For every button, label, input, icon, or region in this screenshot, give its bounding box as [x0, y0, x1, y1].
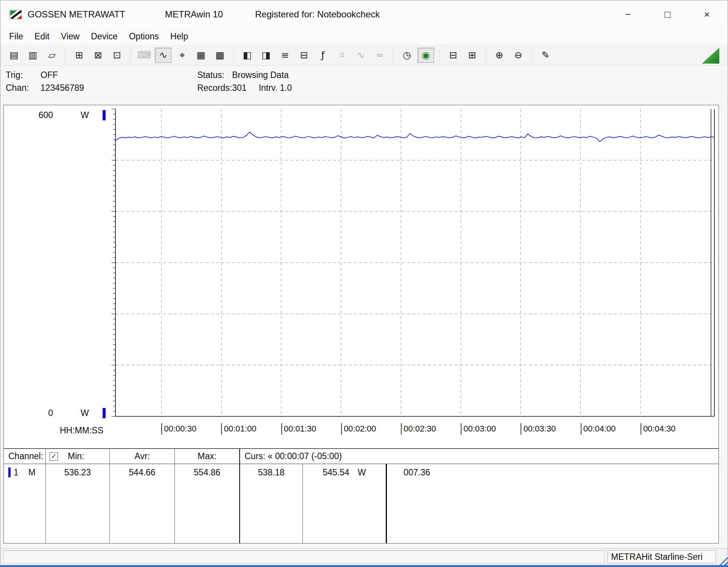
min-value: 536.23 [46, 464, 110, 543]
browse-status: Status:Browsing Data [197, 69, 292, 81]
channel-number: 1 [14, 467, 19, 478]
monitor-icon[interactable]: ⊟ [296, 48, 312, 63]
annotation-icon[interactable]: ✎ [537, 48, 554, 63]
timeline-icon[interactable]: ≡ [277, 48, 293, 63]
col-header-channel: Channel: [4, 449, 46, 464]
cursor-a-value: 538.18 [240, 464, 303, 543]
maximize-button[interactable]: □ [654, 3, 681, 26]
save-icon[interactable]: ▤ [6, 48, 22, 63]
records-value: 301 [232, 83, 246, 93]
col-header-cursor: Curs: « 00:00:07 (-05:00) [240, 449, 719, 464]
col-header-max: Max: [175, 449, 240, 464]
cursor-b-unit: W [358, 467, 366, 478]
window-controls: − □ × [615, 3, 720, 26]
device-name-box: METRAHit Starline-Seri [608, 550, 716, 563]
title-bar: GOSSEN METRAWATT METRAwin 10 Registered … [0, 0, 728, 28]
chart-panel: 600 W 0 W 00:00:3000:01:0000:01:3000:02:… [3, 105, 719, 449]
wave-multi-icon: ≈ [371, 48, 388, 63]
zoom-out-icon[interactable]: ⊖ [510, 48, 527, 63]
channel-cell: 1 M [4, 464, 46, 543]
registered-for-text: Registered for: Notebookcheck [255, 9, 380, 20]
y-axis-min-unit: W [81, 408, 89, 418]
status-bar-field [3, 550, 605, 563]
channel-color-marker-bottom [103, 408, 106, 418]
x-tick-label: 00:04:00 [581, 423, 616, 435]
menu-bar: FileEditViewDeviceOptionsHelp [0, 28, 728, 45]
x-tick-label: 00:03:30 [521, 423, 556, 435]
chan-label: Chan: [6, 81, 41, 94]
wave-single-icon: ∿ [352, 48, 369, 63]
avr-value: 544.66 [110, 464, 175, 543]
toolbar-separator [439, 48, 440, 62]
interval-label: Intrv. [259, 83, 277, 93]
status-value: Browsing Data [232, 70, 289, 80]
x-tick-label: 00:01:30 [281, 423, 316, 435]
trig-value: OFF [41, 70, 58, 80]
series-line-channel-1 [115, 132, 714, 142]
status-bar: METRAHit Starline-Seri [0, 548, 728, 565]
interval-value: 1.0 [280, 83, 292, 93]
menu-edit[interactable]: Edit [29, 29, 55, 44]
records-status: Records:301Intrv. 1.0 [197, 81, 292, 94]
meter-clock-icon[interactable]: ◷ [399, 48, 415, 63]
export-report-icon[interactable]: ⊞ [71, 48, 87, 63]
menu-help[interactable]: Help [165, 29, 194, 44]
toolbar-separator [393, 48, 394, 62]
window-arrange-icon[interactable]: ◧ [239, 48, 256, 63]
x-tick-label: 00:02:00 [341, 423, 376, 435]
window-cascade-icon[interactable]: ◨ [258, 48, 274, 63]
cursor-b-value: 545.54 W [303, 464, 387, 543]
y-axis-max-label: 600 [32, 110, 53, 120]
resize-grip[interactable] [716, 554, 728, 565]
save-as-icon[interactable]: ▥ [25, 48, 41, 63]
menu-view[interactable]: View [55, 29, 85, 44]
formula-icon[interactable]: ƒ [315, 48, 331, 63]
app-logo-icon [9, 8, 22, 20]
metrawin-window: GOSSEN METRAWATT METRAwin 10 Registered … [0, 0, 728, 567]
export-data-icon[interactable]: ⊠ [90, 48, 106, 63]
close-button[interactable]: × [694, 3, 720, 26]
toolbar-separator [130, 48, 131, 62]
channel-color-marker-top [103, 110, 106, 120]
connection-indicator-triangle-icon [702, 48, 719, 64]
statistics-view-icon[interactable]: ▩ [212, 48, 228, 63]
menu-options[interactable]: Options [123, 29, 164, 44]
col-header-avr: Avr: [110, 449, 175, 464]
print-preview-icon[interactable]: ⊞ [464, 48, 480, 63]
power-chart [108, 105, 717, 438]
export-clipboard-icon[interactable]: ⊡ [109, 48, 125, 63]
x-tick-label: 00:02:30 [401, 423, 436, 435]
status-info-panel: Trig:OFF Chan:123456789 Status:Browsing … [0, 69, 728, 99]
min-header-label: Min: [68, 451, 84, 461]
zoom-in-icon[interactable]: ⊕ [491, 48, 508, 63]
menu-file[interactable]: File [3, 29, 29, 44]
xy-chart-view-icon[interactable]: ⌖ [174, 48, 190, 63]
cursor-delta-value: 007.36 [387, 464, 719, 543]
channel-visible-checkbox[interactable]: ✓ [50, 452, 58, 461]
max-value: 554.86 [175, 464, 240, 543]
print-icon[interactable]: ⊟ [445, 48, 461, 63]
live-target-icon[interactable]: ◉ [418, 48, 434, 63]
records-label: Records: [197, 81, 232, 94]
trigger-status: Trig:OFF [6, 69, 84, 81]
xt-chart-view-icon[interactable]: ∿ [155, 48, 171, 63]
minimize-button[interactable]: − [615, 3, 641, 26]
y-axis-max-unit: W [81, 110, 89, 120]
channel-color-bar [8, 467, 11, 477]
x-tick-label: 00:01:00 [221, 423, 256, 435]
measurement-table: Channel: ✓ Min: Avr: Max: Curs: « 00:00:… [3, 449, 719, 544]
channel-mode: M [28, 467, 36, 478]
brand-title: GOSSEN METRAWATT [28, 9, 125, 20]
cursor-b-number: 545.54 [323, 467, 349, 478]
table-view-icon[interactable]: ▦ [193, 48, 209, 63]
menu-device[interactable]: Device [85, 29, 123, 44]
open-file-icon[interactable]: ▱ [44, 48, 60, 63]
toolbar-separator [65, 48, 66, 62]
x-tick-label: 00:04:30 [641, 423, 676, 435]
numeric-view-icon: ⌨ [136, 48, 153, 63]
calculator-icon: ⌗ [334, 48, 350, 63]
toolbar-separator [485, 48, 486, 62]
chan-value: 123456789 [41, 83, 84, 93]
col-header-min: ✓ Min: [46, 449, 110, 464]
x-axis-caption: HH:MM:SS [60, 425, 103, 436]
